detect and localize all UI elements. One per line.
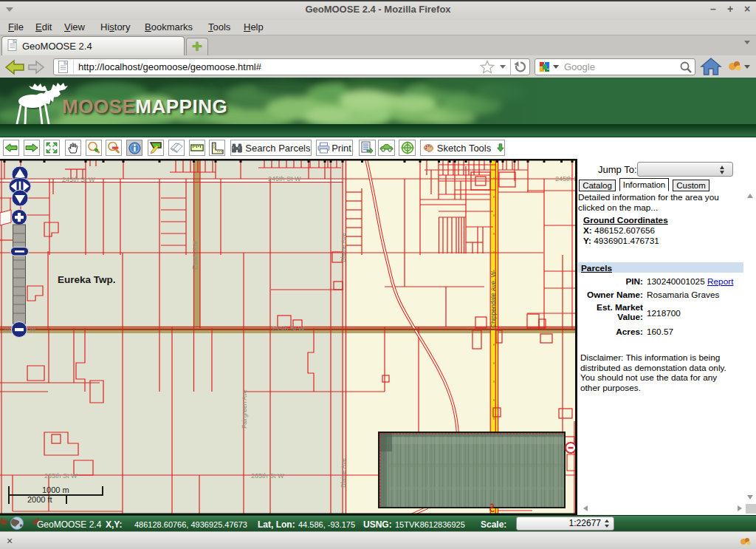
svg-text:245th St W: 245th St W xyxy=(62,176,95,183)
svg-text:Eureka Twp.: Eureka Twp. xyxy=(58,274,116,285)
svg-text:245th St W: 245th St W xyxy=(555,175,577,183)
svg-text:2000 ft: 2000 ft xyxy=(27,495,52,504)
svg-text:Fairgreen Ave: Fairgreen Ave xyxy=(241,389,248,429)
svg-text:Essex Ave: Essex Ave xyxy=(191,240,199,270)
svg-text:245th St W: 245th St W xyxy=(268,175,301,183)
svg-text:Blaine Ave: Blaine Ave xyxy=(340,458,347,488)
svg-text:Blaine Ave: Blaine Ave xyxy=(340,233,347,262)
svg-text:265th St W: 265th St W xyxy=(44,472,78,480)
svg-text:1000 m: 1000 m xyxy=(42,485,69,494)
svg-text:Chippendale Ave. W: Chippendale Ave. W xyxy=(489,271,497,328)
svg-text:265th St W: 265th St W xyxy=(251,472,284,480)
svg-text:255th St W: 255th St W xyxy=(272,325,305,333)
